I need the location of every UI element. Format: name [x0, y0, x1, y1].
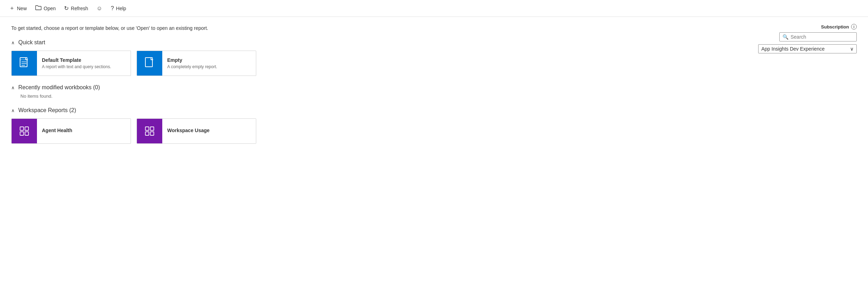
workspace-reports-toggle-icon: ∧ [11, 108, 15, 113]
svg-rect-12 [150, 132, 154, 135]
quick-start-header[interactable]: ∧ Quick start [11, 39, 857, 46]
main-content: To get started, choose a report or templ… [0, 17, 868, 161]
subscription-label-text: Subscription [821, 24, 849, 30]
document-icon [19, 57, 30, 70]
subscription-label-row: Subscription i [821, 24, 857, 30]
default-template-content: Default Template A report with text and … [37, 51, 116, 76]
empty-card[interactable]: Empty A completely empty report. [137, 51, 256, 76]
new-label: New [17, 6, 27, 11]
quick-start-toggle-icon: ∧ [11, 40, 15, 45]
empty-subtitle: A completely empty report. [167, 64, 217, 69]
new-icon: ＋ [9, 5, 15, 12]
refresh-icon: ↻ [64, 5, 69, 12]
default-template-icon-area [12, 51, 37, 76]
workspace-reports-title: Workspace Reports (2) [18, 107, 76, 114]
default-template-card[interactable]: Default Template A report with text and … [11, 51, 131, 76]
svg-rect-5 [20, 127, 24, 130]
workspace-usage-title: Workspace Usage [167, 128, 209, 133]
recently-modified-title: Recently modified workbooks (0) [18, 84, 100, 91]
workspace-usage-icon [144, 125, 155, 137]
svg-rect-9 [145, 127, 149, 130]
agent-health-card[interactable]: Agent Health [11, 118, 131, 144]
quick-start-section: ∧ Quick start Default Template [11, 39, 857, 76]
empty-content: Empty A completely empty report. [162, 51, 222, 76]
intro-text: To get started, choose a report or templ… [11, 25, 857, 31]
recently-modified-toggle-icon: ∧ [11, 85, 15, 90]
feedback-button[interactable]: ☺ [93, 3, 106, 14]
no-items-text: No items found. [20, 93, 857, 99]
empty-title: Empty [167, 57, 217, 63]
workspace-usage-icon-area [137, 119, 162, 143]
svg-rect-10 [150, 127, 154, 130]
subscription-dropdown[interactable]: App Insights Dev Experience ∨ [758, 44, 857, 53]
quick-start-cards: Default Template A report with text and … [11, 51, 857, 76]
workspace-reports-header[interactable]: ∧ Workspace Reports (2) [11, 107, 857, 114]
open-icon [35, 5, 42, 12]
empty-icon-area [137, 51, 162, 76]
default-template-subtitle: A report with text and query sections. [42, 64, 111, 69]
search-icon: 🔍 [782, 34, 788, 40]
recently-modified-header[interactable]: ∧ Recently modified workbooks (0) [11, 84, 857, 91]
top-right-panel: Subscription i 🔍 App Insights Dev Experi… [758, 24, 857, 53]
svg-rect-8 [25, 132, 29, 135]
chevron-down-icon: ∨ [850, 46, 854, 52]
help-button[interactable]: ? Help [107, 3, 130, 14]
refresh-label: Refresh [71, 6, 88, 11]
toolbar: ＋ New Open ↻ Refresh ☺ ? Help [0, 0, 868, 17]
quick-start-title: Quick start [18, 39, 45, 46]
subscription-value: App Insights Dev Experience [761, 46, 825, 52]
svg-rect-7 [20, 132, 24, 135]
help-icon: ? [111, 5, 114, 12]
refresh-button[interactable]: ↻ Refresh [61, 3, 92, 14]
agent-health-icon-area [12, 119, 37, 143]
recently-modified-section: ∧ Recently modified workbooks (0) No ite… [11, 84, 857, 99]
search-box[interactable]: 🔍 [779, 32, 857, 41]
empty-document-icon [144, 57, 155, 70]
agent-health-content: Agent Health [37, 119, 77, 143]
feedback-icon: ☺ [96, 5, 102, 12]
open-button[interactable]: Open [32, 3, 59, 14]
agent-health-title: Agent Health [42, 128, 72, 133]
open-label: Open [44, 6, 56, 11]
workspace-usage-content: Workspace Usage [162, 119, 214, 143]
help-label: Help [116, 6, 126, 11]
agent-health-icon [19, 125, 30, 137]
svg-rect-11 [145, 132, 149, 135]
search-input[interactable] [791, 34, 854, 40]
workspace-usage-card[interactable]: Workspace Usage [137, 118, 256, 144]
new-button[interactable]: ＋ New [6, 2, 30, 14]
workspace-reports-cards: Agent Health Workspace Usage [11, 118, 857, 144]
svg-rect-6 [25, 127, 29, 130]
default-template-title: Default Template [42, 57, 111, 63]
subscription-info-icon[interactable]: i [851, 24, 857, 30]
workspace-reports-section: ∧ Workspace Reports (2) Agent Health [11, 107, 857, 144]
